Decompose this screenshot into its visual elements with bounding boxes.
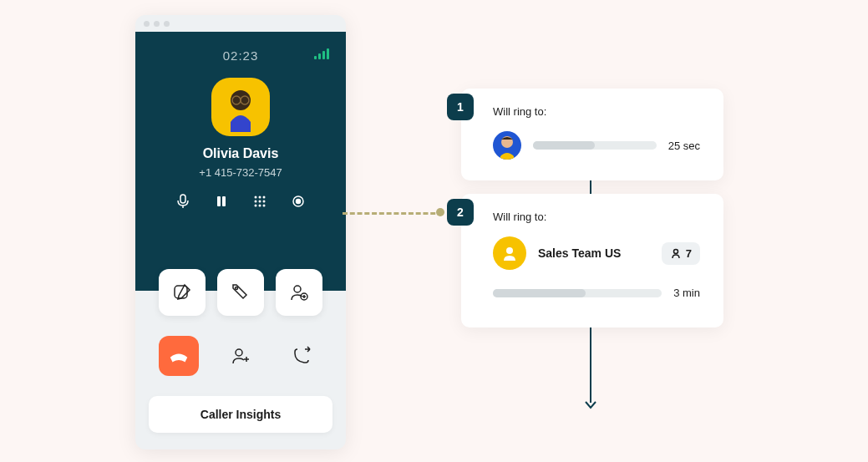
transfer-button[interactable] <box>282 336 322 376</box>
window-dot <box>144 21 150 27</box>
arrow-down-icon <box>585 401 596 409</box>
svg-point-13 <box>263 201 266 203</box>
caller-insights-button[interactable]: Caller Insights <box>149 396 332 433</box>
svg-point-10 <box>263 196 266 199</box>
window-title-bar <box>135 15 346 32</box>
call-controls <box>175 194 306 209</box>
dialpad-button[interactable] <box>252 194 267 209</box>
member-count-badge: 7 <box>662 242 700 265</box>
svg-point-20 <box>236 287 238 290</box>
svg-point-25 <box>236 349 242 356</box>
window-dot <box>164 21 170 27</box>
flow-connector <box>590 327 591 403</box>
svg-point-21 <box>294 286 301 292</box>
record-button[interactable] <box>291 194 306 209</box>
ring-to-label: Will ring to: <box>493 105 700 118</box>
flow-card-2: Will ring to: Sales Team US 7 3 min <box>461 194 723 327</box>
svg-rect-4 <box>180 195 185 203</box>
svg-point-8 <box>255 196 257 199</box>
svg-point-9 <box>259 196 261 199</box>
assign-button[interactable] <box>276 269 322 316</box>
add-contact-button[interactable] <box>221 336 261 376</box>
connector-dot <box>436 208 444 216</box>
svg-point-15 <box>259 205 261 207</box>
svg-rect-7 <box>222 196 226 206</box>
ring-progress <box>493 289 662 297</box>
svg-point-14 <box>255 205 257 207</box>
step-badge-2: 2 <box>447 199 474 226</box>
caller-phone: +1 415-732-7547 <box>199 166 282 179</box>
hangup-button[interactable] <box>159 336 199 376</box>
pause-button[interactable] <box>214 194 229 209</box>
caller-avatar <box>211 78 270 136</box>
step-badge-1: 1 <box>447 94 474 120</box>
window-dot <box>154 21 160 27</box>
flow-connector <box>590 180 591 194</box>
svg-rect-6 <box>217 196 221 206</box>
person-icon <box>670 247 682 259</box>
svg-point-30 <box>673 250 678 254</box>
ring-progress <box>533 141 657 150</box>
team-avatar <box>493 236 526 270</box>
team-name: Sales Team US <box>538 246 650 260</box>
svg-point-16 <box>263 205 266 207</box>
ring-duration: 3 min <box>673 287 700 299</box>
phone-app-window: 02:23 Olivia Davis +1 415-732-7547 <box>135 15 346 449</box>
svg-point-12 <box>259 201 261 203</box>
signal-strength-icon <box>314 48 329 59</box>
note-button[interactable] <box>159 269 206 316</box>
ring-duration: 25 sec <box>668 140 700 152</box>
svg-point-18 <box>297 200 301 204</box>
agent-avatar <box>493 131 521 160</box>
svg-point-29 <box>506 247 513 254</box>
connector-dashed <box>343 212 443 215</box>
call-header: 02:23 Olivia Davis +1 415-732-7547 <box>135 32 346 291</box>
tag-button[interactable] <box>217 269 264 316</box>
caller-name: Olivia Davis <box>203 146 279 161</box>
member-count-value: 7 <box>686 247 692 260</box>
svg-point-11 <box>255 201 257 203</box>
lower-actions <box>135 336 346 376</box>
flow-card-1: Will ring to: 25 sec <box>461 89 723 180</box>
action-cards <box>159 269 322 316</box>
call-duration: 02:23 <box>223 48 259 63</box>
mute-button[interactable] <box>175 194 190 209</box>
ring-to-label: Will ring to: <box>493 211 700 223</box>
